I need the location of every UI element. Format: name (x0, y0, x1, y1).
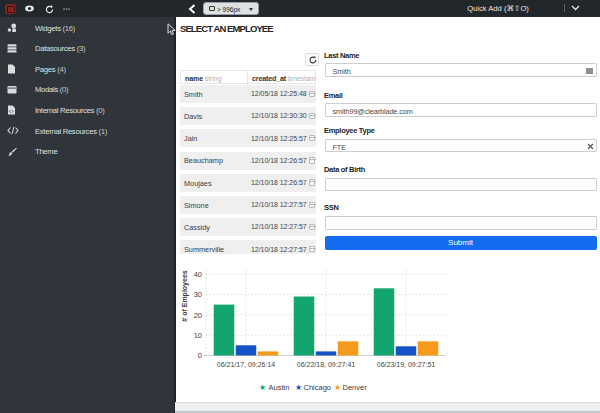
svg-text:06/23/19, 09:27:51: 06/23/19, 09:27:51 (377, 361, 435, 368)
svg-text:★: ★ (334, 383, 341, 392)
svg-text:Chicago: Chicago (304, 383, 332, 392)
svg-text:★: ★ (295, 383, 302, 392)
svg-text:06/22/18, 09:27:41: 06/22/18, 09:27:41 (297, 361, 355, 368)
svg-text:0: 0 (198, 351, 202, 360)
svg-text:Austin: Austin (269, 383, 290, 392)
svg-text:06/21/17, 09:26:14: 06/21/17, 09:26:14 (217, 361, 275, 368)
svg-text:40: 40 (194, 270, 202, 279)
svg-text:30: 30 (194, 290, 202, 299)
svg-text:10: 10 (194, 331, 202, 340)
svg-text:20: 20 (194, 311, 202, 320)
svg-text:★: ★ (259, 383, 266, 392)
svg-text:Denver: Denver (343, 383, 368, 392)
svg-text:# of Employees: # of Employees (181, 270, 189, 321)
